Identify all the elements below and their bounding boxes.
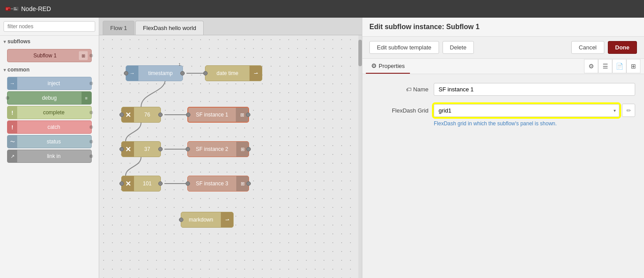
name-input[interactable] (434, 83, 635, 96)
status-label: status (20, 139, 88, 145)
properties-tab-icon: ⚙ (371, 62, 377, 69)
linkin-label: link in (20, 153, 88, 159)
port-right (89, 154, 93, 158)
tab-properties[interactable]: ⚙ Properties (366, 59, 410, 74)
complete-icon: ! (7, 106, 17, 119)
panel-body: 🏷 Name FlexDash Grid grid1 grid2 grid3 (362, 74, 644, 278)
sidebar-content: ▾ subflows Subflow 1 ⊞ ▾ common → (0, 36, 99, 278)
sidebar-node-linkin[interactable]: ↗ link in (7, 150, 92, 163)
scrollbar-track[interactable] (358, 35, 362, 278)
port-left (179, 218, 183, 222)
node-red-logo-icon (5, 4, 19, 14)
sidebar-node-status[interactable]: 〜 status (7, 135, 92, 148)
canvas-node-change76[interactable]: ✕ 76 (121, 107, 161, 123)
grid-icon-button[interactable]: ⊞ (626, 59, 640, 73)
sidebar-node-catch[interactable]: ! catch (7, 120, 92, 134)
port-right (180, 71, 185, 75)
svg-rect-5 (14, 8, 16, 8)
sf3-label: SF instance 3 (188, 180, 236, 187)
grid-label: FlexDash Grid (371, 107, 428, 114)
list-item[interactable]: Subflow 1 ⊞ (4, 49, 95, 62)
catch-icon: ! (7, 121, 17, 133)
canvas-node-change101[interactable]: ✕ 101 (121, 176, 161, 192)
list-item[interactable]: → inject (4, 77, 95, 90)
right-panel: Edit subflow instance: Subflow 1 Edit su… (362, 18, 644, 278)
list-item[interactable]: 〜 status (4, 135, 95, 148)
timestamp-label: timestamp (138, 70, 182, 76)
sidebar-node-debug[interactable]: debug ≡ (7, 91, 92, 105)
edit-subflow-template-button[interactable]: Edit subflow template (369, 41, 439, 54)
port-right (158, 181, 163, 186)
search-input[interactable] (4, 21, 95, 32)
done-button[interactable]: Done (608, 41, 637, 54)
settings-icon-button[interactable]: ⚙ (584, 59, 598, 73)
sidebar-section-subflows[interactable]: ▾ subflows (0, 36, 99, 47)
chevron-down-icon-common: ▾ (4, 68, 6, 72)
grid-form-row: FlexDash Grid grid1 grid2 grid3 ▾ ✏ (371, 104, 635, 117)
change76-label: 76 (134, 112, 160, 118)
list-item[interactable]: ! catch (4, 120, 95, 134)
name-label: 🏷 Name (371, 86, 428, 93)
complete-label: complete (20, 109, 88, 116)
port-right (246, 113, 250, 117)
port-left (119, 113, 124, 117)
list-icon-button[interactable]: ☰ (598, 59, 612, 73)
sidebar: ▾ subflows Subflow 1 ⊞ ▾ common → (0, 18, 99, 278)
tab-flexdash[interactable]: FlexDash hello world (135, 21, 204, 35)
status-icon: 〜 (7, 135, 17, 148)
port-left (124, 71, 128, 75)
sidebar-section-common[interactable]: ▾ common (0, 64, 99, 75)
canvas-node-timestamp[interactable]: → timestamp 1 (126, 65, 183, 81)
svg-rect-1 (6, 8, 8, 10)
sidebar-node-subflow1[interactable]: Subflow 1 ⊞ (7, 49, 92, 62)
debug-label: debug (11, 95, 88, 101)
delete-button[interactable]: Delete (443, 41, 474, 54)
search-box[interactable] (0, 18, 99, 36)
list-item[interactable]: ↗ link in (4, 150, 95, 163)
port-left (186, 113, 190, 117)
sidebar-node-complete[interactable]: ! complete (7, 106, 92, 119)
scrollbar-thumb[interactable] (358, 40, 362, 66)
grid-help-text: FlexDash grid in which the subflow's pan… (434, 120, 635, 127)
port-right (246, 181, 251, 186)
list-item[interactable]: ! complete (4, 106, 95, 119)
port-right (89, 54, 93, 57)
panel-header: Edit subflow instance: Subflow 1 (362, 18, 644, 37)
inject-icon: → (7, 77, 17, 90)
list-item[interactable]: debug ≡ (4, 91, 95, 105)
canvas-area: Flow 1 FlexDash hello world (99, 18, 362, 278)
grid-select-wrapper: grid1 grid2 grid3 ▾ ✏ (434, 104, 635, 117)
port-left (203, 71, 208, 75)
svg-rect-4 (13, 7, 19, 11)
canvas-node-markdown[interactable]: markdown ⇀ (181, 212, 234, 228)
port-right (246, 147, 251, 151)
change101-label: 101 (134, 180, 160, 187)
sf2-label: SF instance 2 (188, 146, 236, 152)
grid-select[interactable]: grid1 grid2 grid3 (434, 104, 619, 117)
cancel-button[interactable]: Cancel (571, 41, 604, 54)
port-right (158, 113, 163, 117)
inject-label: inject (20, 80, 88, 86)
sf1-label: SF instance 1 (188, 112, 236, 118)
app-header: Node-RED (0, 0, 644, 18)
sidebar-node-inject[interactable]: → inject (7, 77, 92, 90)
sidebar-section-common-label: common (7, 67, 30, 73)
description-icon-button[interactable]: 📄 (612, 59, 626, 73)
name-form-row: 🏷 Name (371, 83, 635, 96)
canvas-node-change37[interactable]: ✕ 37 (121, 141, 161, 157)
tab-flow1[interactable]: Flow 1 (103, 21, 134, 35)
edit-pencil-icon: ✏ (626, 107, 631, 114)
canvas-node-sf2[interactable]: SF instance 2 ⊞ (187, 141, 249, 157)
port-left (186, 181, 190, 186)
canvas-node-datetime[interactable]: date time ⇀ (205, 65, 262, 81)
grid-edit-button[interactable]: ✏ (622, 104, 635, 117)
port-left (119, 147, 124, 151)
flow-canvas[interactable]: → timestamp 1 date time ⇀ ✕ 76 (99, 35, 362, 278)
panel-title: Edit subflow instance: Subflow 1 (369, 23, 480, 31)
canvas-node-sf1[interactable]: SF instance 1 ⊞ (187, 107, 249, 123)
canvas-node-sf3[interactable]: SF instance 3 ⊞ (187, 176, 249, 192)
port-right (89, 111, 93, 114)
datetime-icon: ⇀ (249, 66, 262, 81)
app-logo: Node-RED (5, 4, 51, 14)
catch-label: catch (20, 124, 88, 130)
